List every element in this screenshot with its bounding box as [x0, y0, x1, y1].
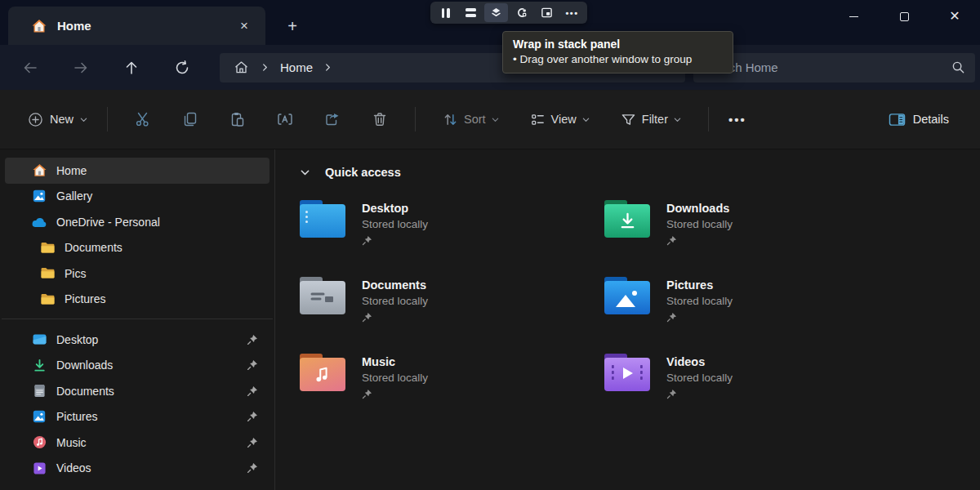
- forward-button[interactable]: [65, 53, 97, 82]
- tile-name: Desktop: [362, 202, 428, 215]
- view-icon: [530, 112, 546, 127]
- copy-button[interactable]: [172, 103, 208, 136]
- sidebar-item-documents-pinned[interactable]: Documents: [5, 378, 270, 404]
- minimize-button[interactable]: [828, 0, 879, 33]
- title-bar: Home × + ••• ✕: [0, 0, 980, 45]
- divider: [708, 107, 709, 131]
- tile-name: Pictures: [666, 278, 733, 292]
- tile-name: Documents: [362, 278, 428, 292]
- tile-status: Stored locally: [666, 218, 733, 230]
- tile-pictures[interactable]: Pictures Stored locally: [604, 277, 909, 326]
- details-button[interactable]: Details: [880, 107, 957, 132]
- folder-icon: [39, 291, 56, 307]
- address-bar: Home: [0, 45, 980, 90]
- new-icon: [28, 112, 43, 127]
- search-input[interactable]: [703, 60, 951, 74]
- share-button[interactable]: [314, 103, 350, 136]
- sidebar-item-label: Pictures: [65, 292, 263, 305]
- filter-button[interactable]: Filter: [612, 107, 689, 132]
- tile-music[interactable]: Music Stored locally: [300, 354, 604, 403]
- sidebar-item-gallery[interactable]: Gallery: [5, 184, 270, 210]
- chevron-down-icon[interactable]: [300, 167, 310, 178]
- sidebar-item-pictures[interactable]: Pictures: [5, 287, 270, 313]
- pin-icon: [247, 411, 258, 422]
- sidebar-item-pictures-pinned[interactable]: Pictures: [5, 404, 270, 430]
- sidebar-item-downloads[interactable]: Downloads: [5, 353, 270, 379]
- quick-access-header[interactable]: Quick access: [300, 166, 980, 179]
- sidebar-item-documents[interactable]: Documents: [5, 235, 270, 261]
- sidebar-item-videos[interactable]: Videos: [5, 456, 270, 482]
- add-tab-button[interactable]: +: [280, 15, 305, 38]
- new-label: New: [50, 113, 74, 126]
- tile-column-left: Desktop Stored locally: [300, 200, 604, 403]
- folder-icon: [39, 239, 56, 256]
- layers-icon[interactable]: [484, 3, 508, 22]
- search-icon[interactable]: [951, 60, 965, 74]
- delete-button[interactable]: [362, 103, 398, 136]
- sidebar-item-home[interactable]: Home: [5, 158, 270, 184]
- pin-icon: [666, 389, 677, 399]
- videos-icon: [31, 460, 47, 476]
- paste-button[interactable]: [220, 103, 256, 136]
- document-icon: [31, 383, 47, 399]
- tile-status: Stored locally: [362, 218, 428, 230]
- tile-desktop[interactable]: Desktop Stored locally: [300, 200, 604, 249]
- back-button[interactable]: [14, 53, 47, 82]
- details-label: Details: [913, 113, 949, 126]
- tile-name: Music: [362, 355, 428, 368]
- tile-column-right: Downloads Stored locally: [604, 200, 909, 403]
- sort-button[interactable]: Sort: [434, 107, 507, 132]
- pip-icon[interactable]: [535, 3, 559, 22]
- sidebar-item-desktop[interactable]: Desktop: [5, 327, 270, 353]
- sidebar-item-music[interactable]: Music: [5, 430, 270, 456]
- command-bar: New Sort: [0, 90, 980, 149]
- up-button[interactable]: [115, 53, 148, 82]
- sidebar-item-pics[interactable]: Pics: [5, 261, 270, 287]
- sidebar-item-label: Documents: [56, 385, 247, 398]
- maximize-button[interactable]: [879, 0, 929, 33]
- close-tab-icon[interactable]: ×: [233, 15, 256, 38]
- downloads-icon: [31, 357, 47, 373]
- tile-status: Stored locally: [362, 295, 428, 307]
- pause-icon[interactable]: [434, 3, 457, 22]
- stack-tooltip: Wrap in stack panel • Drag over another …: [502, 31, 733, 74]
- tile-videos[interactable]: Videos Stored locally: [604, 354, 909, 403]
- new-button[interactable]: New: [20, 107, 96, 132]
- home-icon[interactable]: [228, 60, 255, 74]
- desktop-folder-icon: [300, 200, 345, 238]
- filter-label: Filter: [642, 113, 668, 126]
- minimize-icon: [849, 16, 858, 17]
- sidebar-item-label: OneDrive - Personal: [56, 216, 263, 229]
- close-button[interactable]: ✕: [929, 0, 980, 33]
- sidebar-item-onedrive[interactable]: OneDrive - Personal: [5, 209, 270, 235]
- search-box[interactable]: [693, 53, 975, 82]
- sort-label: Sort: [464, 113, 486, 126]
- explorer-tab-home[interactable]: Home ×: [8, 7, 265, 45]
- cut-button[interactable]: [125, 103, 161, 136]
- videos-folder-icon: [604, 354, 650, 391]
- chevron-down-icon: [80, 116, 87, 123]
- view-button[interactable]: View: [522, 107, 598, 132]
- sidebar-item-label: Pics: [65, 267, 263, 280]
- tile-documents[interactable]: Documents Stored locally: [300, 277, 604, 326]
- tile-downloads[interactable]: Downloads Stored locally: [604, 200, 909, 249]
- tile-name: Downloads: [666, 202, 733, 215]
- sidebar-item-label: Desktop: [56, 333, 247, 346]
- chevron-down-icon: [492, 116, 499, 123]
- home-icon: [31, 18, 47, 34]
- more-icon[interactable]: •••: [560, 3, 584, 22]
- pin-icon: [362, 235, 372, 246]
- chevron-right-icon[interactable]: [318, 64, 338, 71]
- pin-icon: [362, 312, 372, 323]
- rows-icon[interactable]: [459, 3, 483, 22]
- refresh-button[interactable]: [166, 53, 198, 82]
- group-icon[interactable]: [510, 3, 533, 22]
- chevron-right-icon: [255, 64, 275, 71]
- chevron-down-icon: [582, 116, 590, 123]
- breadcrumb-item-home[interactable]: Home: [275, 60, 318, 74]
- more-options-button[interactable]: •••: [728, 113, 746, 127]
- sidebar-item-label: Pictures: [56, 410, 247, 423]
- rename-button[interactable]: [267, 103, 303, 136]
- pin-icon: [362, 389, 372, 399]
- file-list-pane: Quick access Desktop Stored locally: [274, 149, 980, 490]
